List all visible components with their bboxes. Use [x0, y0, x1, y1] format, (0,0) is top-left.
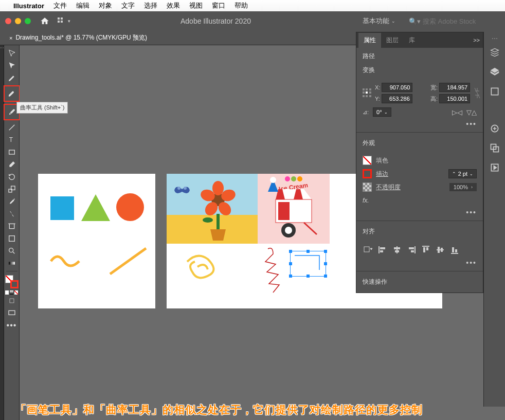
opacity-label[interactable]: 不透明度: [376, 183, 401, 192]
eyedropper-tool[interactable]: [5, 195, 19, 208]
free-transform-tool[interactable]: [5, 232, 19, 245]
app-titlebar: ▾ Adobe Illustrator 2020 基本功能⌄ 🔍▾: [0, 11, 505, 31]
color-mode-row[interactable]: [5, 290, 19, 295]
menu-file[interactable]: 文件: [53, 1, 67, 10]
curvature-tool[interactable]: [4, 85, 20, 102]
document-tab[interactable]: × Drawing_tools.ai* @ 15.77% (CMYK/GPU 预…: [5, 31, 151, 44]
pen-tool[interactable]: [5, 72, 19, 84]
height-input[interactable]: [439, 94, 470, 103]
menu-edit[interactable]: 编辑: [76, 1, 89, 10]
menu-help[interactable]: 帮助: [235, 1, 248, 10]
svg-point-4: [13, 92, 13, 93]
selection-type: 路径: [356, 48, 483, 63]
svg-rect-44: [364, 247, 369, 252]
align-top[interactable]: [420, 245, 431, 254]
svg-rect-61: [452, 247, 454, 252]
quick-actions-label: 快速操作: [363, 278, 477, 286]
align-h-center[interactable]: [391, 245, 403, 254]
svg-rect-30: [217, 214, 220, 229]
layers-icon[interactable]: [489, 66, 501, 78]
menu-type[interactable]: 文字: [121, 1, 135, 10]
selection-bounding-box[interactable]: [290, 251, 326, 277]
constrain-proportions-icon[interactable]: [474, 86, 481, 100]
asset-export-icon[interactable]: [489, 122, 501, 135]
menu-object[interactable]: 对象: [99, 1, 112, 10]
svg-rect-54: [422, 246, 429, 247]
export-icon[interactable]: [489, 161, 501, 174]
rotate-input[interactable]: 0°⌄: [373, 107, 391, 117]
edit-toolbar[interactable]: •••: [5, 319, 19, 332]
screen-mode[interactable]: [5, 307, 19, 319]
close-window[interactable]: [5, 18, 11, 24]
svg-rect-51: [414, 246, 416, 253]
draw-mode[interactable]: [5, 295, 19, 307]
selection-tool[interactable]: [5, 47, 19, 60]
stroke-swatch[interactable]: [10, 280, 19, 288]
app-menu[interactable]: Illustrator: [13, 2, 44, 10]
align-left[interactable]: [377, 245, 388, 254]
stroke-weight-input[interactable]: ⌃2 pt⌄: [448, 169, 477, 178]
align-bottom[interactable]: [449, 245, 460, 254]
minimize-window[interactable]: [15, 18, 21, 24]
line-tool[interactable]: [5, 121, 19, 134]
collapse-panel-icon[interactable]: >>: [473, 37, 480, 43]
artboard-tool[interactable]: [5, 220, 19, 232]
svg-point-22: [177, 187, 181, 190]
type-tool[interactable]: T: [5, 134, 19, 146]
gradient-tool[interactable]: [5, 257, 19, 269]
transform-more[interactable]: •••: [356, 119, 483, 129]
y-input[interactable]: [382, 94, 412, 103]
app-title: Adobe Illustrator 2020: [77, 17, 354, 25]
svg-rect-50: [395, 250, 399, 252]
workspace-switcher[interactable]: 基本功能⌄: [358, 14, 400, 28]
rectangle-tool[interactable]: [5, 146, 19, 158]
align-v-center[interactable]: [435, 245, 446, 254]
svg-rect-17: [10, 299, 14, 303]
maximize-window[interactable]: [25, 18, 31, 24]
tab-layers[interactable]: 图层: [381, 33, 404, 48]
direct-selection-tool[interactable]: [5, 60, 19, 72]
transform-section-label: 变换: [363, 66, 477, 75]
eraser-tool[interactable]: [5, 158, 19, 171]
svg-rect-2: [58, 21, 60, 23]
arrange-documents[interactable]: ▾: [58, 16, 73, 26]
fx-button[interactable]: fx.: [356, 194, 483, 207]
stock-search[interactable]: 🔍▾: [409, 17, 500, 25]
menu-view[interactable]: 视图: [189, 1, 203, 10]
stroke-color-swatch[interactable]: [363, 169, 372, 178]
home-icon[interactable]: [40, 16, 49, 26]
appearance-more[interactable]: •••: [356, 207, 483, 217]
reference-point[interactable]: [363, 88, 372, 98]
stroke-label[interactable]: 描边: [376, 170, 388, 178]
flip-horizontal-icon[interactable]: ▷◁: [452, 108, 462, 116]
butterfly-flower-art: [167, 174, 258, 244]
menu-effect[interactable]: 效果: [167, 1, 180, 10]
fill-stroke-swatch[interactable]: [5, 275, 19, 288]
flip-vertical-icon[interactable]: ▽△: [466, 108, 477, 116]
zoom-tool[interactable]: [5, 245, 19, 257]
artboards-icon[interactable]: [489, 85, 501, 98]
x-input[interactable]: [382, 83, 412, 92]
svg-rect-18: [9, 311, 15, 315]
rotate-tool[interactable]: [5, 171, 19, 183]
menu-window[interactable]: 窗口: [212, 1, 225, 10]
tab-properties[interactable]: 属性: [358, 33, 381, 48]
cc-libraries-icon[interactable]: [489, 46, 501, 59]
opacity-swatch[interactable]: [363, 182, 372, 192]
close-tab-icon[interactable]: ×: [9, 35, 12, 41]
blend-tool[interactable]: [5, 208, 19, 220]
fill-color-swatch[interactable]: [363, 156, 372, 165]
scale-tool[interactable]: [5, 183, 19, 195]
align-to-dropdown[interactable]: [363, 245, 374, 254]
opacity-input[interactable]: 100%›: [449, 183, 477, 191]
align-more[interactable]: •••: [356, 258, 483, 268]
width-input[interactable]: [439, 83, 470, 92]
tab-libraries[interactable]: 库: [404, 33, 420, 48]
menu-select[interactable]: 选择: [144, 1, 157, 10]
pathfinder-icon[interactable]: [489, 142, 501, 154]
search-input[interactable]: [423, 17, 500, 25]
document-tab-label: Drawing_tools.ai* @ 15.77% (CMYK/GPU 预览): [15, 33, 147, 42]
tool-tooltip: 曲率工具 (Shift+`): [16, 102, 68, 114]
toolbox: 曲率工具 (Shift+`) T •••: [4, 45, 20, 420]
align-right[interactable]: [406, 245, 417, 254]
